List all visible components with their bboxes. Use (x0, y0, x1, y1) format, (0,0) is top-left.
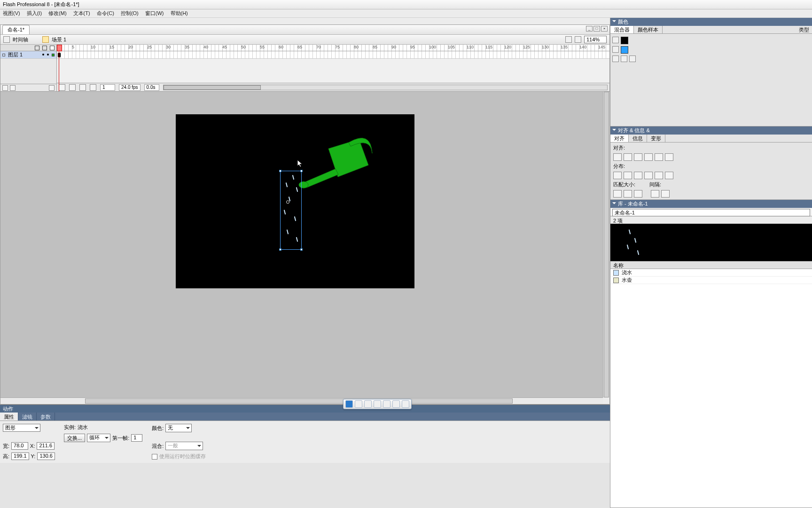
collapse-icon[interactable] (612, 129, 616, 133)
dist-bottom-button[interactable] (634, 172, 642, 179)
handle-icon[interactable] (300, 170, 303, 172)
zoom-input[interactable]: 114% (584, 36, 607, 43)
align-panel-header[interactable]: 对齐 & 信息 & (610, 127, 812, 135)
library-item[interactable]: 水壶 (610, 277, 812, 284)
doc-close-button[interactable]: × (601, 26, 608, 32)
menu-control[interactable]: 控制(O) (121, 10, 139, 17)
timeline-ruler[interactable]: 1 5 10 15 20 25 30 35 40 45 50 55 60 65 … (57, 45, 609, 51)
stage-pasteboard[interactable] (0, 92, 609, 397)
document-tab[interactable]: 命名-1* (2, 25, 30, 34)
playhead[interactable] (59, 45, 59, 91)
tab-parameters[interactable]: 参数 (37, 413, 55, 421)
stroke-color-swatch[interactable] (621, 37, 628, 44)
tab-transform[interactable]: 变形 (647, 135, 665, 142)
swap-button[interactable]: 交换... (64, 434, 85, 442)
timeline-scrollbar[interactable] (163, 85, 608, 90)
eye-icon[interactable] (35, 46, 39, 50)
menu-insert[interactable]: 插入(I) (27, 10, 42, 17)
dist-vcenter-button[interactable] (624, 172, 632, 179)
width-input[interactable]: 78.0 (11, 442, 28, 450)
color-panel-header[interactable]: 颜色 (610, 18, 812, 26)
onion-markers-icon[interactable] (90, 84, 96, 91)
outline-icon[interactable] (50, 46, 55, 50)
tool-button[interactable] (364, 400, 372, 408)
new-layer-button[interactable] (2, 85, 8, 91)
y-input[interactable]: 130.6 (37, 452, 55, 460)
doc-minimize-button[interactable]: _ (586, 26, 593, 32)
timeline-toggle-icon[interactable] (3, 36, 10, 43)
menu-window[interactable]: 窗口(W) (145, 10, 164, 17)
dist-hcenter-button[interactable] (655, 172, 663, 179)
tab-filters[interactable]: 滤镜 (18, 413, 37, 421)
bucket-icon[interactable] (612, 46, 619, 53)
match-height-button[interactable] (624, 190, 632, 198)
tab-swatches[interactable]: 颜色样本 (634, 26, 663, 33)
space-h-button[interactable] (651, 190, 659, 198)
tool-button[interactable] (383, 400, 390, 408)
handle-icon[interactable] (279, 170, 281, 172)
layer-lock-dot[interactable] (47, 54, 49, 56)
instance-type-select[interactable]: 图形 (3, 424, 40, 432)
tab-mixer[interactable]: 混合器 (610, 26, 634, 33)
layer-outline-swatch[interactable] (52, 54, 55, 56)
doc-maximize-button[interactable]: □ (593, 26, 600, 32)
align-bottom-button[interactable] (665, 153, 673, 161)
height-input[interactable]: 199.1 (11, 452, 29, 460)
layer-row[interactable]: 图层 1 (0, 51, 56, 59)
cache-bitmap-checkbox[interactable] (152, 454, 157, 460)
align-top-button[interactable] (644, 153, 653, 161)
library-column-name[interactable]: 名称 (610, 262, 812, 269)
align-hcenter-button[interactable] (624, 153, 632, 161)
loop-select[interactable]: 循环 (87, 434, 110, 442)
edit-scene-icon[interactable] (565, 36, 572, 43)
library-item[interactable]: 浇水 (610, 269, 812, 277)
align-vcenter-button[interactable] (655, 153, 663, 161)
stage-h-scrollbar[interactable] (0, 397, 603, 404)
collapse-icon[interactable] (612, 202, 616, 206)
tool-button[interactable] (402, 400, 409, 408)
black-white-icon[interactable] (612, 56, 619, 62)
onion-outline-icon[interactable] (69, 84, 76, 91)
tool-button[interactable] (374, 400, 381, 408)
tool-button[interactable] (392, 400, 400, 408)
menu-command[interactable]: 命令(C) (97, 10, 114, 17)
no-color-icon[interactable] (621, 56, 627, 62)
tool-button[interactable] (355, 400, 362, 408)
swap-colors-icon[interactable] (629, 56, 636, 62)
collapse-icon[interactable] (612, 20, 616, 24)
space-v-button[interactable] (661, 190, 670, 198)
floating-toolbar[interactable] (343, 399, 412, 409)
tab-properties[interactable]: 属性 (0, 413, 18, 421)
onion-skin-icon[interactable] (59, 84, 65, 91)
scene-name[interactable]: 场景 1 (52, 36, 66, 43)
actions-panel-header[interactable]: 动作 (0, 405, 610, 413)
tool-button[interactable] (345, 400, 353, 408)
library-panel-header[interactable]: 库 - 未命名-1 (610, 200, 812, 208)
current-frame-field[interactable]: 1 (100, 84, 115, 91)
edit-symbol-icon[interactable] (575, 36, 581, 43)
first-frame-input[interactable]: 1 (131, 434, 142, 442)
keyframe[interactable] (58, 53, 61, 57)
handle-icon[interactable] (300, 248, 303, 251)
dist-left-button[interactable] (644, 172, 653, 179)
x-input[interactable]: 211.6 (37, 442, 55, 450)
scene-icon[interactable] (42, 36, 49, 43)
library-doc-select[interactable]: 未命名-1 (612, 209, 810, 216)
dist-top-button[interactable] (613, 172, 622, 179)
blend-select[interactable]: 一般 (165, 442, 203, 450)
new-folder-button[interactable] (10, 85, 16, 91)
delete-layer-button[interactable] (49, 85, 55, 91)
stage[interactable] (176, 114, 414, 288)
tab-info[interactable]: 信息 (629, 135, 647, 142)
dist-right-button[interactable] (665, 172, 673, 179)
handle-icon[interactable] (279, 248, 281, 251)
edit-multi-icon[interactable] (79, 84, 86, 91)
selection-bounding-box[interactable] (280, 171, 302, 250)
match-width-button[interactable] (613, 190, 622, 198)
menu-help[interactable]: 帮助(H) (171, 10, 188, 17)
layer-visible-dot[interactable] (42, 54, 44, 56)
fill-color-swatch[interactable] (621, 46, 628, 54)
align-left-button[interactable] (613, 153, 622, 161)
library-list[interactable]: 浇水 水壶 (610, 269, 812, 508)
timeline-frames-row[interactable] (57, 51, 609, 59)
